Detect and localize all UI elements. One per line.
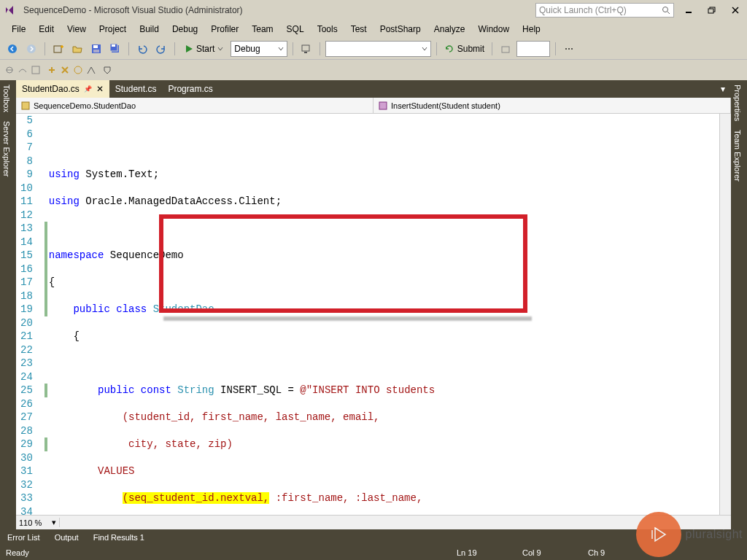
menu-help[interactable]: Help — [516, 23, 546, 36]
nav-back-button[interactable] — [4, 41, 20, 57]
menu-project[interactable]: Project — [93, 23, 132, 36]
sidebar-server-explorer[interactable]: Server Explorer — [0, 117, 13, 181]
svg-rect-24 — [379, 102, 387, 109]
search-icon — [662, 6, 670, 15]
vertical-scrollbar[interactable] — [719, 114, 731, 515]
chevron-down-icon — [422, 46, 427, 52]
menu-debug[interactable]: Debug — [166, 23, 204, 36]
svg-point-0 — [663, 7, 668, 12]
pin-icon: 📌 — [84, 85, 92, 93]
play-icon — [185, 44, 193, 53]
menu-analyze[interactable]: Analyze — [428, 23, 471, 36]
svg-rect-4 — [708, 9, 713, 13]
redo-button[interactable] — [153, 41, 169, 57]
tab-label: StudentDao.cs — [22, 84, 80, 94]
sidebar-properties[interactable]: Properties — [731, 80, 744, 125]
config-label: Debug — [234, 44, 260, 54]
t2-btn-5[interactable] — [60, 65, 70, 75]
save-button[interactable] — [88, 41, 104, 57]
t2-btn-6[interactable] — [73, 65, 83, 75]
line-number: 14 — [20, 236, 33, 249]
t2-btn-7[interactable] — [86, 65, 96, 75]
close-button[interactable] — [727, 3, 744, 18]
refresh-icon — [444, 44, 454, 54]
line-number: 26 — [20, 397, 33, 411]
svg-point-8 — [27, 44, 36, 53]
open-file-button[interactable] — [69, 41, 85, 57]
config-dropdown[interactable]: Debug — [231, 41, 287, 57]
line-number: 22 — [20, 343, 33, 357]
tab-program-cs[interactable]: Program.cs — [162, 80, 218, 98]
platform-button[interactable] — [298, 41, 314, 57]
find-dropdown[interactable] — [325, 41, 431, 57]
svg-rect-9 — [54, 46, 61, 52]
line-number: 19 — [20, 303, 33, 316]
chevron-down-icon: ▾ — [52, 518, 56, 527]
t2-btn-2[interactable] — [18, 65, 28, 75]
line-number: 24 — [20, 370, 33, 384]
highlight-box-shadow — [163, 316, 532, 321]
svg-rect-16 — [302, 45, 309, 51]
sidebar-team-explorer[interactable]: Team Explorer — [731, 125, 744, 186]
bottom-tab-output[interactable]: Output — [47, 531, 86, 544]
line-number: 23 — [20, 357, 33, 370]
scope-input[interactable] — [516, 41, 550, 57]
save-all-button[interactable] — [107, 41, 123, 57]
tab-student-cs[interactable]: Student.cs — [109, 80, 163, 98]
member-scope-dropdown[interactable]: InsertStudent(Student student) — [374, 98, 731, 113]
bottom-tab-find-results-1[interactable]: Find Results 1 — [86, 531, 152, 544]
code-editor[interactable]: using System.Text; using Oracle.ManagedD… — [46, 114, 719, 515]
menu-tools[interactable]: Tools — [311, 23, 344, 36]
sidebar-toolbox[interactable]: Toolbox — [0, 80, 13, 117]
line-number: 28 — [20, 424, 33, 438]
bottom-tab-error-list[interactable]: Error List — [0, 531, 47, 544]
menu-edit[interactable]: Edit — [33, 23, 60, 36]
quick-launch-input[interactable]: Quick Launch (Ctrl+Q) — [535, 3, 674, 18]
line-number: 32 — [20, 478, 33, 492]
svg-rect-15 — [112, 44, 115, 47]
close-icon[interactable]: ✕ — [96, 84, 104, 94]
menu-profiler[interactable]: Profiler — [205, 23, 244, 36]
chevron-down-icon — [278, 46, 284, 52]
line-number: 12 — [20, 209, 33, 222]
menu-view[interactable]: View — [61, 23, 92, 36]
status-line: Ln 19 — [457, 548, 522, 557]
svg-rect-23 — [22, 102, 29, 109]
toolbox-button[interactable] — [498, 41, 514, 57]
zoom-value: 110 % — [19, 518, 42, 527]
t2-btn-4[interactable] — [47, 65, 57, 75]
t2-btn-8[interactable] — [102, 65, 112, 75]
tab-studentdao-cs[interactable]: StudentDao.cs📌✕ — [16, 80, 109, 98]
menu-test[interactable]: Test — [345, 23, 373, 36]
minimize-button[interactable] — [680, 3, 697, 18]
t2-btn-1[interactable] — [4, 65, 15, 75]
line-number: 34 — [20, 505, 33, 516]
class-scope-dropdown[interactable]: SequenceDemo.StudentDao — [16, 98, 374, 113]
tabs-dropdown-icon[interactable]: ▾ — [715, 80, 731, 98]
menu-team[interactable]: Team — [246, 23, 279, 36]
zoom-dropdown[interactable]: 110 % ▾ — [16, 518, 60, 527]
status-ready: Ready — [6, 548, 29, 557]
menu-sql[interactable]: SQL — [281, 23, 310, 36]
line-number: 27 — [20, 411, 33, 424]
line-number: 5 — [20, 114, 33, 128]
start-button[interactable]: Start — [180, 41, 228, 57]
menu-build[interactable]: Build — [133, 23, 165, 36]
class-icon — [20, 101, 31, 111]
nav-fwd-button[interactable] — [23, 41, 39, 57]
pluralsight-play-icon — [636, 512, 681, 557]
restore-button[interactable] — [703, 3, 721, 18]
tab-label: Program.cs — [168, 84, 212, 94]
menu-window[interactable]: Window — [472, 23, 515, 36]
submit-button[interactable]: Submit — [442, 41, 487, 57]
line-number: 11 — [20, 195, 33, 209]
overflow-button[interactable]: ⋯ — [561, 41, 577, 57]
menu-file[interactable]: File — [6, 23, 31, 36]
svg-point-7 — [8, 44, 17, 53]
line-number: 33 — [20, 491, 33, 505]
t2-btn-3[interactable] — [31, 65, 41, 75]
member-scope-label: InsertStudent(Student student) — [391, 101, 500, 110]
menu-postsharp[interactable]: PostSharp — [374, 23, 427, 36]
new-project-button[interactable] — [50, 41, 66, 57]
undo-button[interactable] — [134, 41, 150, 57]
